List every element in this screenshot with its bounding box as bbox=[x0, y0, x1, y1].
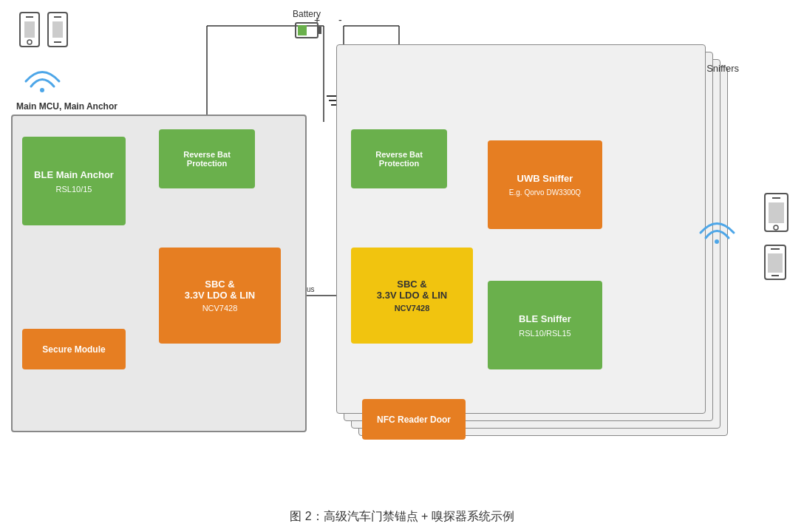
nfc-reader-title: NFC Reader Door bbox=[377, 415, 451, 425]
phone-icons-right bbox=[763, 192, 789, 281]
phone-icon-1 bbox=[18, 11, 41, 48]
svg-rect-44 bbox=[318, 27, 321, 34]
sbc-left-sub: NCV7428 bbox=[202, 304, 238, 313]
phone-icon-2 bbox=[47, 11, 69, 48]
uwb-sniffer-title: UWB Sniffer bbox=[517, 173, 573, 184]
sbc-right-block: SBC &3.3V LDO & LIN NCV7428 bbox=[351, 248, 473, 344]
diagram-caption: 图 2：高级汽车门禁锚点 + 嗅探器系统示例 bbox=[0, 509, 804, 525]
rev-bat-right-title: Reverse BatProtection bbox=[375, 150, 423, 168]
wifi-icon-left bbox=[22, 59, 63, 95]
battery-label: Battery bbox=[292, 9, 321, 19]
ble-main-anchor-block: BLE Main Anchor RSL10/15 bbox=[22, 137, 126, 225]
ble-sniffer-title: BLE Sniffer bbox=[519, 313, 571, 324]
sbc-left-block: SBC &3.3V LDO & LIN NCV7428 bbox=[159, 248, 281, 344]
svg-text:-: - bbox=[338, 14, 342, 26]
sniffers-label: Sniffers bbox=[706, 63, 739, 74]
ble-sniffer-sub: RSL10/RSL15 bbox=[519, 329, 570, 338]
svg-rect-40 bbox=[52, 21, 63, 38]
svg-point-49 bbox=[774, 225, 778, 230]
svg-point-54 bbox=[715, 239, 719, 244]
phone-icons-left bbox=[18, 11, 69, 48]
svg-rect-45 bbox=[298, 25, 307, 35]
sbc-left-title: SBC &3.3V LDO & LIN bbox=[185, 279, 255, 301]
rev-bat-left-block: Reverse BatProtection bbox=[159, 129, 255, 188]
uwb-sniffer-block: UWB Sniffer E.g. Qorvo DW3300Q bbox=[488, 140, 602, 229]
battery-area: Battery bbox=[292, 7, 321, 44]
svg-point-37 bbox=[27, 40, 32, 44]
uwb-sniffer-sub: E.g. Qorvo DW3300Q bbox=[509, 188, 581, 197]
sbc-right-title: SBC &3.3V LDO & LIN bbox=[377, 279, 447, 301]
ble-main-anchor-title: BLE Main Anchor bbox=[34, 169, 114, 180]
rev-bat-right-block: Reverse BatProtection bbox=[351, 129, 447, 188]
rev-bat-left-title: Reverse BatProtection bbox=[183, 150, 231, 168]
secure-module-title: Secure Module bbox=[42, 344, 105, 355]
svg-rect-52 bbox=[768, 253, 783, 273]
ble-main-anchor-sub: RSL10/15 bbox=[56, 185, 92, 194]
svg-rect-48 bbox=[769, 202, 784, 223]
sbc-right-sub: NCV7428 bbox=[395, 304, 430, 313]
svg-point-42 bbox=[40, 88, 44, 92]
secure-module-block: Secure Module bbox=[22, 329, 126, 369]
phone-icon-right-2 bbox=[763, 244, 787, 281]
main-mcu-label: Main MCU, Main Anchor bbox=[16, 101, 117, 112]
wifi-icon-right bbox=[697, 211, 737, 247]
nfc-reader-block: NFC Reader Door bbox=[362, 399, 466, 440]
phone-icon-right-1 bbox=[763, 192, 789, 233]
ble-sniffer-block: BLE Sniffer RSL10/RSL15 bbox=[488, 281, 602, 369]
svg-rect-36 bbox=[24, 21, 35, 38]
